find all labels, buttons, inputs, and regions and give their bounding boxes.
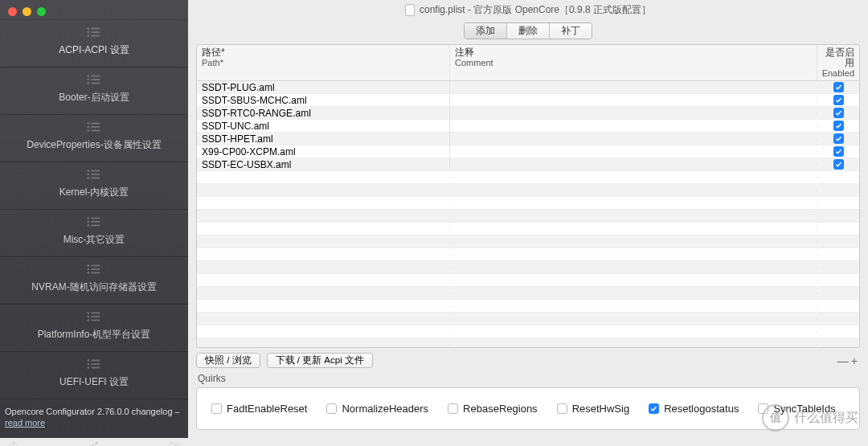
svg-point-28 [87,224,89,227]
changelog-link[interactable]: read more [5,418,45,428]
cell-enabled[interactable] [817,94,859,106]
header-path[interactable]: 路径* Path* [197,45,450,80]
cell-enabled[interactable] [817,133,859,145]
cell-path[interactable]: X99-CP00-XCPM.aml [197,145,450,158]
sidebar-item-3[interactable]: Kernel-内核设置 [0,162,188,210]
table-row[interactable]: SSDT-PLUG.aml [197,81,859,94]
cell-comment[interactable] [450,113,817,114]
svg-point-0 [87,27,89,30]
svg-line-53 [92,444,96,446]
table-row[interactable]: SSDT-EC-USBX.aml [197,158,859,171]
cell-comment[interactable] [450,151,817,153]
cell-path[interactable]: SSDT-UNC.aml [197,120,450,133]
checkbox-icon[interactable] [448,403,458,414]
changelog: Opencore Configurator 2.76.0.0 changelog… [0,399,188,436]
checkbox-icon[interactable] [833,121,844,131]
list-icon [87,358,101,372]
svg-point-4 [87,35,89,37]
quirks-box: FadtEnableReset NormalizeHeaders RebaseR… [196,387,860,430]
checkbox-icon[interactable] [833,133,844,144]
share-icon[interactable] [88,440,100,446]
table-row[interactable]: SSDT-HPET.aml [197,133,859,145]
quirk-NormalizeHeaders[interactable]: NormalizeHeaders [326,403,428,415]
table-row [197,223,859,235]
power-icon[interactable] [8,441,19,446]
close-window[interactable] [8,7,17,16]
cell-path[interactable]: SSDT-PLUG.aml [197,81,450,94]
table-row[interactable]: X99-CP00-XCPM.aml [197,145,859,158]
download-acpi-button[interactable]: 下载 / 更新 Acpi 文件 [267,353,373,368]
cell-enabled[interactable] [817,145,859,158]
table-row[interactable]: SSDT-RTC0-RANGE.aml [197,107,859,120]
cell-comment[interactable] [450,164,817,166]
list-icon [87,74,101,88]
sidebar-item-label: NVRAM-随机访问存储器设置 [31,280,156,294]
svg-point-16 [87,129,89,132]
cell-path[interactable]: SSDT-HPET.aml [197,133,450,145]
checkbox-icon[interactable] [833,108,844,118]
svg-point-36 [87,312,89,314]
table-row[interactable]: SSDT-UNC.aml [197,120,859,133]
cell-comment[interactable] [450,100,817,101]
add-remove-row[interactable]: —+ [837,354,860,367]
quirk-RebaseRegions[interactable]: RebaseRegions [448,403,538,415]
table-row [197,338,859,348]
checkbox-icon[interactable] [649,403,659,414]
svg-point-46 [87,366,89,369]
changelog-text: Opencore Configurator 2.76.0.0 changelog… [5,407,180,416]
header-enabled[interactable]: 是否启用 Enabled [817,45,859,80]
cell-enabled[interactable] [817,120,859,132]
cell-path[interactable]: SSDT-RTC0-RANGE.aml [197,107,450,120]
cell-enabled[interactable] [817,158,859,170]
cell-enabled[interactable] [817,107,859,119]
checkbox-icon[interactable] [211,403,222,414]
cell-enabled[interactable] [817,81,859,93]
sidebar-item-1[interactable]: Booter-启动设置 [0,68,188,115]
sidebar-item-0[interactable]: ACPI-ACPI 设置 [0,19,188,68]
svg-point-51 [96,441,98,444]
sidebar-item-6[interactable]: PlatformInfo-机型平台设置 [0,305,188,352]
sidebar-item-label: PlatformInfo-机型平台设置 [38,328,151,342]
checkbox-icon[interactable] [833,146,844,157]
sidebar-item-7[interactable]: UEFI-UEFI 设置 [0,352,188,399]
svg-point-18 [87,170,89,172]
checkbox-icon[interactable] [833,95,844,105]
svg-point-24 [87,217,89,219]
minimize-window[interactable] [23,7,31,16]
quirk-ResetHwSig[interactable]: ResetHwSig [557,403,630,415]
svg-point-34 [87,272,89,274]
header-comment[interactable]: 注释 Comment [450,45,817,80]
sidebar-item-label: UEFI-UEFI 设置 [59,375,129,389]
tab-删除[interactable]: 删除 [507,23,550,39]
sidebar-item-5[interactable]: NVRAM-随机访问存储器设置 [0,257,188,305]
tab-补丁[interactable]: 补丁 [550,23,592,39]
sidebar-item-2[interactable]: DeviceProperties-设备属性设置 [0,115,188,162]
sidebar-item-4[interactable]: Misc-其它设置 [0,210,188,257]
cell-comment[interactable] [450,125,817,127]
cell-path[interactable]: SSDT-SBUS-MCHC.aml [197,94,450,107]
checkbox-icon[interactable] [833,82,844,92]
checkbox-icon[interactable] [833,159,844,170]
table-row[interactable]: SSDT-SBUS-MCHC.aml [197,94,859,107]
quirk-FadtEnableReset[interactable]: FadtEnableReset [211,403,307,415]
snapshot-button[interactable]: 快照 / 浏览 [196,353,260,368]
zoom-window[interactable] [37,7,46,16]
quirk-label: FadtEnableReset [227,403,307,415]
table-row [197,184,859,197]
cell-path[interactable]: SSDT-EC-USBX.aml [197,158,450,171]
svg-point-22 [87,177,89,179]
cell-comment[interactable] [450,87,817,88]
table-row [197,210,859,223]
checkbox-icon[interactable] [326,403,337,414]
table-row [197,313,859,325]
svg-point-38 [87,316,89,318]
svg-point-8 [87,79,89,81]
svg-point-10 [87,82,89,84]
checkbox-icon[interactable] [557,403,567,414]
tab-添加[interactable]: 添加 [465,23,507,39]
quirk-Resetlogostatus[interactable]: Resetlogostatus [649,403,739,415]
sidebar-item-label: Kernel-内核设置 [59,186,129,199]
cell-comment[interactable] [450,138,817,140]
svg-point-6 [87,75,89,77]
table-row [197,235,859,248]
